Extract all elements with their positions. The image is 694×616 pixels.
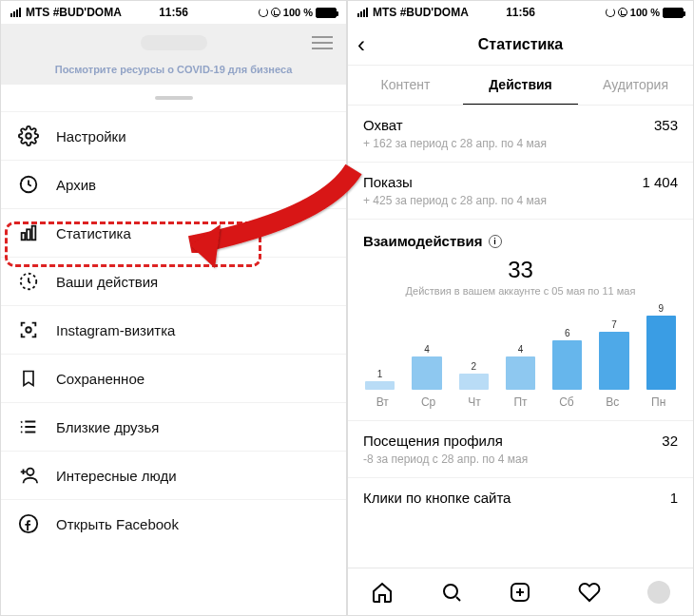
bar — [506, 356, 535, 390]
profile-header-dimmed: Посмотрите ресурсы о COVID-19 для бизнес… — [1, 24, 346, 85]
interactions-title: Взаимодействия i — [348, 220, 693, 253]
menu-item-activity[interactable]: Ваши действия — [1, 257, 346, 305]
chart-bar: 4 — [500, 344, 541, 390]
bookmark-icon — [18, 368, 39, 389]
tab-content[interactable]: Контент — [348, 66, 463, 105]
menu-label: Открыть Facebook — [56, 516, 179, 532]
menu-item-nametag[interactable]: Instagram-визитка — [1, 305, 346, 354]
heart-icon[interactable] — [577, 580, 602, 605]
clock-icon — [18, 174, 39, 195]
add-user-icon — [18, 465, 39, 486]
chart-bar: 6 — [547, 328, 588, 390]
stat-sub: + 425 за период с 28 апр. по 4 мая — [363, 194, 678, 207]
tabs: Контент Действия Аудитория — [348, 66, 693, 106]
bar-value-label: 2 — [471, 361, 476, 372]
menu-item-facebook[interactable]: Открыть Facebook — [1, 499, 346, 548]
menu-label: Instagram-визитка — [56, 322, 175, 338]
facebook-icon — [18, 513, 39, 534]
bottom-nav — [348, 568, 693, 615]
stat-profile-visits[interactable]: Посещения профиля 32 -8 за период с 28 а… — [348, 421, 693, 478]
status-bar: MTS #BUD'DOMA 11:56 100 % — [348, 1, 693, 24]
bar — [365, 381, 395, 390]
bar-value-label: 6 — [565, 328, 570, 338]
menu-item-statistics[interactable]: Статистика — [1, 208, 346, 257]
svg-point-8 — [21, 432, 23, 433]
bar — [599, 332, 628, 390]
xaxis-label: Ср — [405, 395, 451, 409]
chart-bar: 1 — [359, 369, 400, 390]
stat-site-clicks[interactable]: Клики по кнопке сайта 1 — [348, 478, 693, 517]
xaxis-label: Пн — [636, 395, 682, 409]
list-star-icon — [18, 416, 39, 437]
menu-label: Близкие друзья — [56, 419, 159, 435]
svg-point-6 — [26, 327, 31, 333]
bar-value-label: 4 — [424, 344, 430, 355]
stat-value: 32 — [662, 433, 678, 449]
bar — [412, 356, 441, 390]
battery-icon — [316, 8, 337, 18]
menu-label: Сохраненное — [56, 371, 145, 387]
menu-item-settings[interactable]: Настройки — [1, 111, 346, 160]
scan-icon — [18, 319, 39, 340]
xaxis-label: Чт — [452, 395, 497, 409]
clock-label: 11:56 — [348, 6, 693, 19]
xaxis-label: Вс — [589, 395, 635, 409]
menu-item-saved[interactable]: Сохраненное — [1, 354, 346, 402]
tab-audience[interactable]: Аудитория — [578, 66, 693, 105]
phone-left: MTS #BUD'DOMA 11:56 100 % Посмотрите рес… — [0, 0, 347, 616]
screen-header: ‹ Статистика — [348, 24, 693, 66]
search-icon[interactable] — [439, 580, 464, 605]
alarm-icon — [618, 8, 627, 17]
xaxis-label: Вт — [359, 395, 405, 409]
covid-banner[interactable]: Посмотрите ресурсы о COVID-19 для бизнес… — [14, 64, 333, 75]
clock-label: 11:56 — [1, 6, 346, 19]
menu-item-close-friends[interactable]: Близкие друзья — [1, 402, 346, 451]
menu-item-archive[interactable]: Архив — [1, 160, 346, 208]
bar — [646, 316, 676, 390]
stat-reach[interactable]: Охват 353 + 162 за период с 28 апр. по 4… — [348, 106, 693, 163]
menu-label: Статистика — [56, 225, 131, 241]
stat-value: 1 404 — [642, 174, 678, 190]
stat-impressions[interactable]: Показы 1 404 + 425 за период с 28 апр. п… — [348, 163, 693, 220]
bar-value-label: 1 — [377, 369, 383, 379]
create-icon[interactable] — [508, 580, 532, 605]
svg-point-9 — [27, 469, 33, 475]
interactions-sub: Действия в вашем аккаунте с 05 мая по 11… — [348, 285, 693, 297]
svg-point-7 — [21, 426, 23, 428]
info-icon[interactable]: i — [489, 235, 502, 248]
menu-sheet: Настройки Архив Статистика Ваши действия… — [1, 88, 346, 557]
bar-value-label: 4 — [518, 344, 524, 355]
sheet-handle[interactable] — [155, 96, 193, 100]
home-icon[interactable] — [370, 580, 395, 605]
svg-point-11 — [444, 585, 457, 598]
menu-label: Архив — [56, 177, 96, 193]
xaxis-label: Пт — [497, 395, 543, 409]
stat-value: 1 — [670, 490, 678, 506]
xaxis-label: Сб — [544, 395, 589, 409]
chart-bar: 4 — [406, 344, 447, 390]
avatar — [647, 581, 670, 604]
menu-item-discover-people[interactable]: Интересные люди — [1, 451, 346, 499]
profile-icon[interactable] — [646, 580, 671, 605]
svg-rect-4 — [32, 226, 36, 241]
bar — [459, 374, 489, 390]
profile-name-placeholder — [141, 35, 207, 50]
stat-sub: -8 за период с 28 апр. по 4 мая — [363, 452, 678, 466]
stat-sub: + 162 за период с 28 апр. по 4 мая — [363, 137, 678, 150]
chart-bar: 7 — [593, 319, 634, 390]
chart-bar: 9 — [641, 303, 682, 390]
chart-xaxis: ВтСрЧтПтСбВсПн — [348, 390, 693, 421]
activity-icon — [18, 271, 39, 292]
back-button[interactable]: ‹ — [357, 31, 365, 58]
stat-label: Клики по кнопке сайта — [363, 490, 511, 506]
menu-icon[interactable] — [312, 36, 333, 49]
bar-value-label: 7 — [611, 319, 617, 330]
chart-bar: 2 — [453, 361, 494, 390]
stat-value: 353 — [654, 117, 678, 133]
tab-actions[interactable]: Действия — [463, 66, 578, 105]
svg-rect-2 — [22, 233, 26, 240]
menu-label: Интересные люди — [56, 468, 177, 484]
page-title: Статистика — [478, 36, 563, 53]
menu-label: Ваши действия — [56, 274, 158, 290]
menu-label: Настройки — [56, 128, 126, 144]
